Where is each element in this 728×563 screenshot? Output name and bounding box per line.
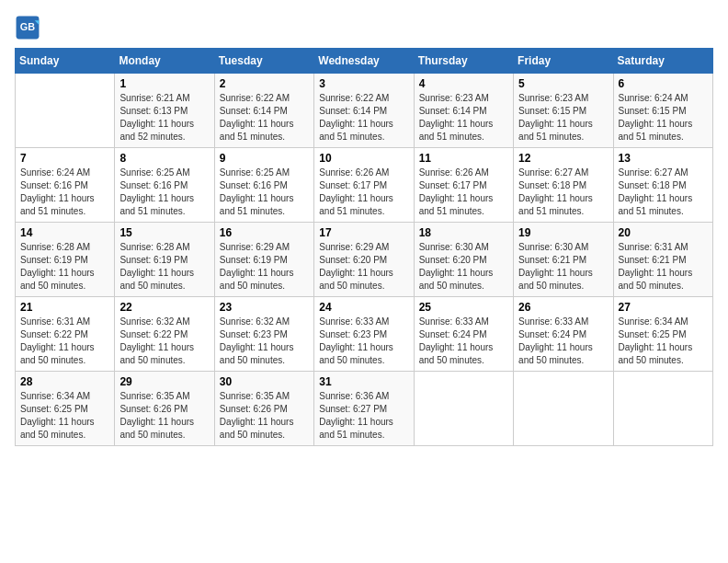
calendar-cell: 20Sunrise: 6:31 AM Sunset: 6:21 PM Dayli… [613,223,712,297]
day-info: Sunrise: 6:34 AM Sunset: 6:25 PM Dayligh… [619,316,708,367]
logo: GB [15,15,44,40]
calendar-cell: 27Sunrise: 6:34 AM Sunset: 6:25 PM Dayli… [613,297,712,372]
day-number: 14 [20,226,109,239]
calendar-cell [514,372,613,446]
day-number: 31 [319,375,408,388]
calendar-cell: 12Sunrise: 6:27 AM Sunset: 6:18 PM Dayli… [514,148,613,223]
day-number: 16 [220,226,309,239]
calendar-cell: 31Sunrise: 6:36 AM Sunset: 6:27 PM Dayli… [314,372,414,446]
calendar-cell: 21Sunrise: 6:31 AM Sunset: 6:22 PM Dayli… [16,297,115,372]
day-info: Sunrise: 6:33 AM Sunset: 6:23 PM Dayligh… [319,316,408,367]
calendar-cell: 23Sunrise: 6:32 AM Sunset: 6:23 PM Dayli… [214,297,313,372]
day-number: 2 [220,77,309,90]
header-monday: Monday [115,49,214,74]
day-number: 8 [119,152,209,165]
day-number: 23 [220,301,309,314]
day-info: Sunrise: 6:29 AM Sunset: 6:20 PM Dayligh… [319,241,408,293]
calendar-cell: 16Sunrise: 6:29 AM Sunset: 6:19 PM Dayli… [214,223,313,297]
day-info: Sunrise: 6:29 AM Sunset: 6:19 PM Dayligh… [220,241,309,293]
day-info: Sunrise: 6:24 AM Sunset: 6:15 PM Dayligh… [619,92,708,144]
day-number: 25 [419,301,508,314]
calendar-cell: 30Sunrise: 6:35 AM Sunset: 6:26 PM Dayli… [214,372,313,446]
header-wednesday: Wednesday [314,49,414,74]
header-saturday: Saturday [613,49,712,74]
calendar-cell: 22Sunrise: 6:32 AM Sunset: 6:22 PM Dayli… [115,297,214,372]
day-number: 7 [20,152,109,165]
svg-text:GB: GB [20,21,35,32]
day-number: 4 [419,77,508,90]
header-sunday: Sunday [16,49,115,74]
day-number: 26 [518,301,608,314]
calendar-cell: 5Sunrise: 6:23 AM Sunset: 6:15 PM Daylig… [514,74,613,148]
day-info: Sunrise: 6:26 AM Sunset: 6:17 PM Dayligh… [319,167,408,218]
day-number: 11 [419,152,508,165]
day-number: 5 [518,77,608,90]
day-number: 1 [119,77,209,90]
day-number: 6 [619,77,708,90]
day-info: Sunrise: 6:34 AM Sunset: 6:25 PM Dayligh… [20,390,109,442]
day-info: Sunrise: 6:23 AM Sunset: 6:15 PM Dayligh… [518,92,608,144]
calendar-header-row: SundayMondayTuesdayWednesdayThursdayFrid… [16,49,713,74]
calendar-cell: 17Sunrise: 6:29 AM Sunset: 6:20 PM Dayli… [314,223,414,297]
day-number: 24 [319,301,408,314]
day-info: Sunrise: 6:27 AM Sunset: 6:18 PM Dayligh… [518,167,608,218]
day-number: 13 [619,152,708,165]
day-info: Sunrise: 6:25 AM Sunset: 6:16 PM Dayligh… [220,167,309,218]
day-number: 9 [220,152,309,165]
calendar-cell [414,372,513,446]
day-info: Sunrise: 6:21 AM Sunset: 6:13 PM Dayligh… [119,92,209,144]
calendar-cell: 7Sunrise: 6:24 AM Sunset: 6:16 PM Daylig… [16,148,115,223]
calendar-cell: 13Sunrise: 6:27 AM Sunset: 6:18 PM Dayli… [613,148,712,223]
day-info: Sunrise: 6:28 AM Sunset: 6:19 PM Dayligh… [20,241,109,293]
day-number: 21 [20,301,109,314]
calendar-cell: 2Sunrise: 6:22 AM Sunset: 6:14 PM Daylig… [214,74,313,148]
calendar-cell: 6Sunrise: 6:24 AM Sunset: 6:15 PM Daylig… [613,74,712,148]
calendar-cell: 14Sunrise: 6:28 AM Sunset: 6:19 PM Dayli… [16,223,115,297]
day-info: Sunrise: 6:36 AM Sunset: 6:27 PM Dayligh… [319,390,408,442]
day-info: Sunrise: 6:30 AM Sunset: 6:20 PM Dayligh… [419,241,508,293]
day-info: Sunrise: 6:25 AM Sunset: 6:16 PM Dayligh… [119,167,209,218]
calendar-cell: 3Sunrise: 6:22 AM Sunset: 6:14 PM Daylig… [314,74,414,148]
day-info: Sunrise: 6:33 AM Sunset: 6:24 PM Dayligh… [518,316,608,367]
calendar-cell: 19Sunrise: 6:30 AM Sunset: 6:21 PM Dayli… [514,223,613,297]
day-info: Sunrise: 6:32 AM Sunset: 6:23 PM Dayligh… [220,316,309,367]
week-row-3: 14Sunrise: 6:28 AM Sunset: 6:19 PM Dayli… [16,223,713,297]
calendar-cell: 8Sunrise: 6:25 AM Sunset: 6:16 PM Daylig… [115,148,214,223]
day-number: 29 [119,375,209,388]
page-header: GB [15,15,713,40]
day-number: 20 [619,226,708,239]
day-info: Sunrise: 6:35 AM Sunset: 6:26 PM Dayligh… [220,390,309,442]
day-info: Sunrise: 6:27 AM Sunset: 6:18 PM Dayligh… [619,167,708,218]
day-number: 27 [619,301,708,314]
day-info: Sunrise: 6:24 AM Sunset: 6:16 PM Dayligh… [20,167,109,218]
calendar-cell: 4Sunrise: 6:23 AM Sunset: 6:14 PM Daylig… [414,74,513,148]
day-number: 28 [20,375,109,388]
day-info: Sunrise: 6:32 AM Sunset: 6:22 PM Dayligh… [119,316,209,367]
day-number: 3 [319,77,408,90]
calendar-cell: 11Sunrise: 6:26 AM Sunset: 6:17 PM Dayli… [414,148,513,223]
calendar-cell [613,372,712,446]
day-number: 12 [518,152,608,165]
week-row-4: 21Sunrise: 6:31 AM Sunset: 6:22 PM Dayli… [16,297,713,372]
calendar-cell: 15Sunrise: 6:28 AM Sunset: 6:19 PM Dayli… [115,223,214,297]
day-info: Sunrise: 6:31 AM Sunset: 6:21 PM Dayligh… [619,241,708,293]
calendar-cell: 24Sunrise: 6:33 AM Sunset: 6:23 PM Dayli… [314,297,414,372]
day-number: 10 [319,152,408,165]
day-number: 19 [518,226,608,239]
day-number: 30 [220,375,309,388]
calendar-cell: 29Sunrise: 6:35 AM Sunset: 6:26 PM Dayli… [115,372,214,446]
day-number: 15 [119,226,209,239]
day-info: Sunrise: 6:30 AM Sunset: 6:21 PM Dayligh… [518,241,608,293]
calendar-cell: 10Sunrise: 6:26 AM Sunset: 6:17 PM Dayli… [314,148,414,223]
calendar-cell [16,74,115,148]
calendar-table: SundayMondayTuesdayWednesdayThursdayFrid… [15,48,713,446]
day-info: Sunrise: 6:33 AM Sunset: 6:24 PM Dayligh… [419,316,508,367]
calendar-cell: 9Sunrise: 6:25 AM Sunset: 6:16 PM Daylig… [214,148,313,223]
day-number: 22 [119,301,209,314]
day-number: 18 [419,226,508,239]
day-info: Sunrise: 6:28 AM Sunset: 6:19 PM Dayligh… [119,241,209,293]
day-info: Sunrise: 6:22 AM Sunset: 6:14 PM Dayligh… [220,92,309,144]
day-info: Sunrise: 6:35 AM Sunset: 6:26 PM Dayligh… [119,390,209,442]
day-info: Sunrise: 6:31 AM Sunset: 6:22 PM Dayligh… [20,316,109,367]
week-row-5: 28Sunrise: 6:34 AM Sunset: 6:25 PM Dayli… [16,372,713,446]
